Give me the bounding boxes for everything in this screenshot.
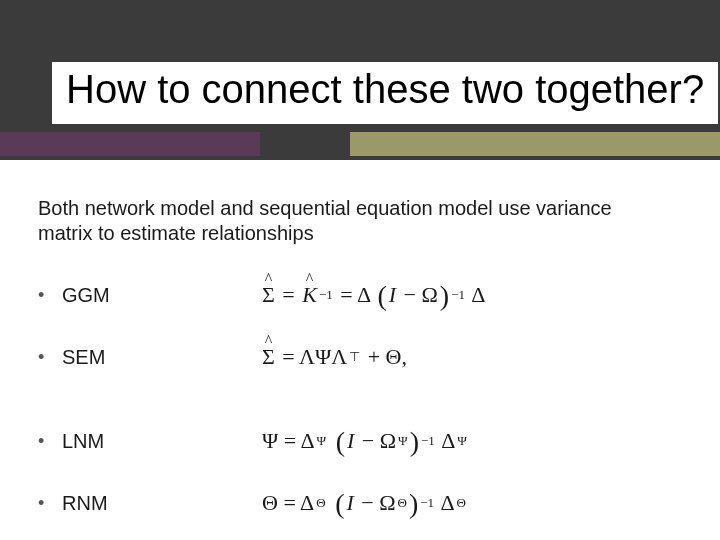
intro-text: Both network model and sequential equati… xyxy=(38,196,658,246)
bullet-icon: • xyxy=(38,285,62,306)
bullet-icon: • xyxy=(38,347,62,368)
bullet-icon: • xyxy=(38,493,62,514)
item-lnm: • LNM Ψ = ΔΨ (I − ΩΨ)−1 ΔΨ xyxy=(38,410,682,472)
formula-sem: Σ = ΛΨΛ⊤ + Θ, xyxy=(262,344,682,370)
slide-title: How to connect these two together? xyxy=(52,62,718,124)
formula-lnm: Ψ = ΔΨ (I − ΩΨ)−1 ΔΨ xyxy=(262,428,682,454)
accent-stripe xyxy=(0,132,720,156)
item-label: RNM xyxy=(62,492,262,515)
accent-gap xyxy=(260,132,350,156)
formula-ggm: Σ = K−1 = Δ (I − Ω)−1 Δ xyxy=(262,282,682,308)
accent-purple xyxy=(0,132,260,156)
item-sem: • SEM Σ = ΛΨΛ⊤ + Θ, xyxy=(38,326,682,388)
item-rnm: • RNM Θ = ΔΘ (I − ΩΘ)−1 ΔΘ xyxy=(38,472,682,534)
item-ggm: • GGM Σ = K−1 = Δ (I − Ω)−1 Δ xyxy=(38,264,682,326)
item-label: LNM xyxy=(62,430,262,453)
item-label: GGM xyxy=(62,284,262,307)
accent-olive xyxy=(350,132,720,156)
body-area: Both network model and sequential equati… xyxy=(0,160,720,534)
bullet-icon: • xyxy=(38,431,62,452)
header-band: How to connect these two together? xyxy=(0,0,720,160)
item-label: SEM xyxy=(62,346,262,369)
formula-rnm: Θ = ΔΘ (I − ΩΘ)−1 ΔΘ xyxy=(262,490,682,516)
